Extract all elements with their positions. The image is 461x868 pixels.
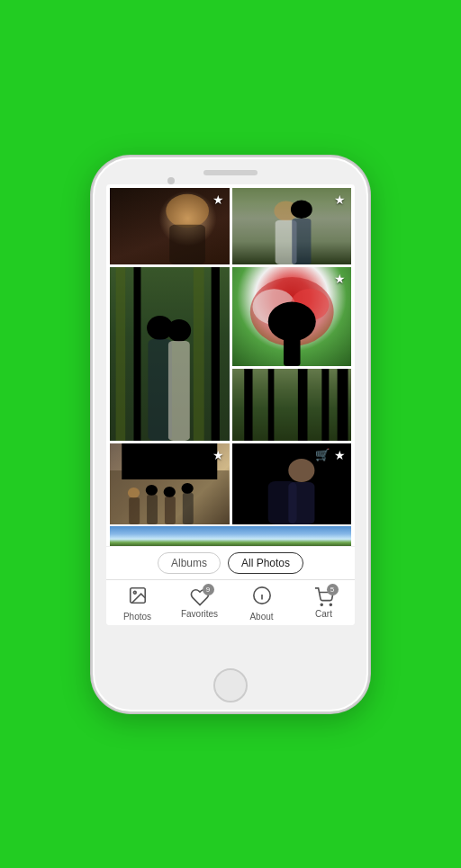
star-icon: ★ (334, 192, 346, 207)
star-icon: ★ (334, 448, 346, 462)
svg-point-5 (290, 200, 312, 218)
svg-point-31 (146, 485, 158, 496)
nav-label-about: About (249, 612, 273, 622)
photo-cell[interactable]: ★ (110, 188, 230, 264)
about-icon (252, 586, 272, 610)
svg-rect-24 (297, 369, 307, 441)
svg-rect-39 (267, 481, 296, 524)
svg-rect-7 (110, 267, 230, 441)
svg-rect-41 (288, 482, 314, 524)
star-icon: ★ (212, 192, 224, 207)
nav-label-photos: Photos (123, 612, 151, 622)
nav-item-about[interactable]: About (240, 586, 285, 622)
svg-rect-1 (169, 224, 205, 264)
svg-rect-6 (292, 219, 311, 264)
bottom-nav: Photos 9 Favorites (106, 579, 355, 625)
photo-cell[interactable]: ★ (232, 188, 352, 264)
photos-icon (128, 586, 148, 610)
svg-point-40 (288, 459, 314, 482)
svg-rect-22 (244, 369, 252, 441)
svg-rect-23 (267, 369, 274, 441)
svg-point-33 (164, 487, 176, 497)
svg-rect-25 (321, 369, 329, 441)
svg-rect-15 (168, 341, 190, 441)
svg-point-43 (133, 591, 136, 594)
svg-point-17 (252, 289, 295, 325)
svg-rect-34 (165, 497, 176, 524)
svg-point-12 (147, 316, 173, 340)
phone-speaker (203, 170, 258, 175)
phone-camera (167, 177, 175, 184)
star-icon: ★ (212, 448, 224, 462)
albums-filter-button[interactable]: Albums (158, 552, 221, 574)
svg-point-47 (321, 604, 322, 605)
photo-cell[interactable]: ★ (232, 267, 352, 366)
svg-point-48 (330, 604, 331, 605)
svg-rect-9 (134, 267, 141, 441)
filter-bar: Albums All Photos (106, 546, 355, 579)
cart-icon: 5 (314, 587, 334, 607)
photo-cell[interactable] (232, 369, 352, 441)
phone-home-button[interactable] (213, 668, 248, 702)
all-photos-filter-button[interactable]: All Photos (228, 552, 303, 574)
svg-rect-8 (116, 267, 126, 441)
svg-rect-11 (212, 267, 220, 441)
cart-badge: 5 (327, 584, 339, 595)
svg-point-18 (290, 289, 328, 320)
svg-rect-26 (337, 369, 348, 441)
svg-rect-20 (283, 336, 300, 366)
svg-point-35 (182, 483, 194, 494)
sky-strip (110, 526, 351, 546)
favorites-icon: 9 (190, 587, 210, 607)
svg-point-14 (167, 318, 192, 341)
svg-rect-4 (275, 219, 296, 264)
cart-icon: 🛒 (315, 448, 330, 461)
svg-rect-13 (148, 339, 172, 441)
svg-rect-10 (194, 267, 204, 441)
nav-item-favorites[interactable]: 9 Favorites (177, 587, 222, 619)
svg-point-0 (166, 193, 209, 227)
phone-screen: ★ ★ (106, 184, 355, 625)
nav-label-cart: Cart (315, 609, 332, 619)
svg-point-3 (274, 201, 298, 220)
svg-rect-28 (122, 443, 217, 479)
nav-label-favorites: Favorites (181, 609, 218, 619)
svg-rect-27 (110, 470, 230, 524)
svg-rect-36 (183, 493, 194, 524)
nav-item-photos[interactable]: Photos (115, 586, 160, 622)
svg-rect-30 (129, 497, 140, 524)
svg-rect-21 (232, 369, 352, 441)
photo-cell[interactable]: 🛒 ★ (232, 443, 352, 524)
nav-item-cart[interactable]: 5 Cart (302, 587, 347, 619)
svg-point-29 (128, 488, 140, 498)
svg-point-38 (267, 455, 296, 482)
svg-point-19 (267, 301, 315, 341)
photo-cell[interactable] (110, 267, 230, 441)
phone-frame: ★ ★ (91, 156, 370, 713)
photo-grid: ★ ★ (106, 184, 355, 526)
svg-rect-32 (147, 495, 158, 524)
favorites-badge: 9 (203, 584, 214, 595)
star-icon: ★ (334, 272, 346, 286)
photo-cell[interactable]: ★ (110, 443, 230, 524)
svg-point-16 (249, 277, 333, 346)
